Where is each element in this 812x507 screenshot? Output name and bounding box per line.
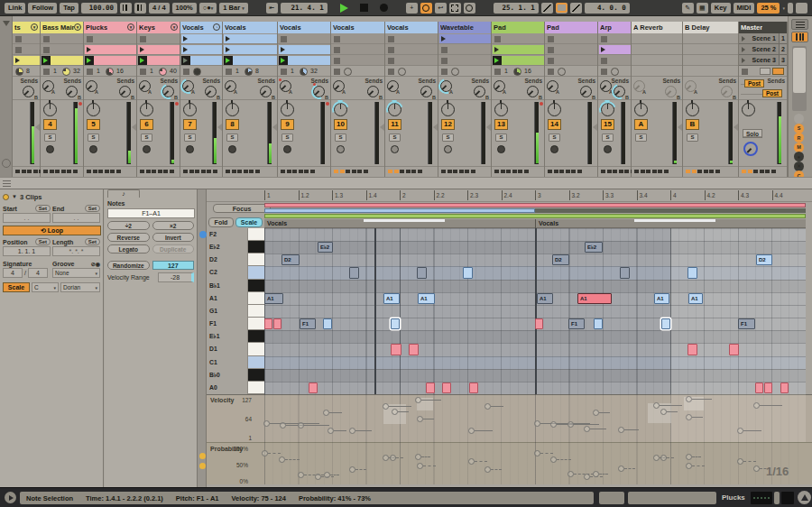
track-header-a-reverb[interactable]: A Reverb bbox=[632, 22, 682, 33]
clip-slot[interactable] bbox=[438, 33, 491, 44]
velocity-marker[interactable] bbox=[584, 426, 590, 432]
midi-note[interactable]: D2 bbox=[756, 254, 772, 265]
solo-button[interactable]: S bbox=[602, 134, 614, 142]
groove-icons[interactable]: ⊘◉ bbox=[91, 261, 100, 267]
midi-note[interactable]: E♭2 bbox=[318, 242, 333, 253]
clip-slot[interactable] bbox=[683, 33, 738, 44]
solo-button[interactable]: Solo bbox=[743, 129, 762, 138]
track-volume-number[interactable]: 9 bbox=[281, 119, 294, 130]
track-header-icon[interactable]: ▾ bbox=[171, 23, 178, 31]
pan-knob[interactable] bbox=[441, 103, 455, 116]
velocity-marker[interactable] bbox=[383, 403, 389, 410]
clip-slot[interactable] bbox=[331, 33, 384, 44]
midi-note[interactable] bbox=[349, 267, 359, 278]
send-b-knob[interactable] bbox=[614, 86, 625, 97]
groove-selector[interactable]: None▾ bbox=[52, 268, 100, 278]
clip-slot[interactable] bbox=[438, 55, 491, 66]
clip-slot[interactable] bbox=[632, 55, 682, 66]
clip-stop-icon[interactable] bbox=[441, 58, 448, 64]
clip-slot[interactable] bbox=[180, 33, 222, 44]
clip-slot[interactable] bbox=[180, 55, 222, 66]
midi-note[interactable] bbox=[409, 344, 419, 355]
clip-slot[interactable] bbox=[385, 44, 438, 55]
pan-knob[interactable] bbox=[494, 103, 508, 116]
clip-slot[interactable] bbox=[278, 55, 330, 66]
track-volume-number[interactable]: A bbox=[634, 119, 648, 130]
probability-marker[interactable] bbox=[737, 458, 743, 465]
clip[interactable] bbox=[279, 45, 330, 54]
piano-key[interactable] bbox=[248, 228, 264, 241]
clip-slot[interactable] bbox=[492, 55, 544, 66]
probability-marker[interactable] bbox=[390, 455, 396, 461]
track-header-b-delay[interactable]: B Delay bbox=[683, 22, 738, 33]
probability-grid[interactable] bbox=[264, 442, 806, 484]
clip-stop-icon[interactable] bbox=[43, 47, 50, 53]
piano-key[interactable] bbox=[248, 330, 264, 343]
clip[interactable] bbox=[224, 34, 277, 43]
clip-launch-button[interactable] bbox=[224, 45, 233, 54]
clip-launch-button[interactable] bbox=[85, 56, 94, 65]
clip-scroll-dot[interactable] bbox=[199, 231, 207, 238]
probability-marker[interactable] bbox=[584, 474, 590, 480]
legato-button[interactable]: Legato bbox=[107, 244, 150, 254]
track-stop-icon[interactable] bbox=[494, 69, 501, 75]
clip-stop-icon[interactable] bbox=[43, 36, 50, 42]
clip-slot[interactable] bbox=[84, 55, 136, 66]
track-stop-icon[interactable] bbox=[87, 69, 93, 75]
track-header-vocals[interactable]: Vocals bbox=[331, 22, 384, 33]
arm-record-button[interactable] bbox=[228, 145, 236, 153]
clip-slot[interactable] bbox=[492, 44, 544, 55]
scale-button[interactable]: Scale bbox=[235, 217, 263, 227]
velocity-marker[interactable] bbox=[468, 428, 475, 434]
clip-slot[interactable] bbox=[598, 55, 631, 66]
end-value[interactable]: . . bbox=[52, 213, 100, 223]
scene-play-icon[interactable] bbox=[742, 58, 745, 63]
track-header-vocals[interactable]: Vocals bbox=[223, 22, 277, 33]
tap-tempo-button[interactable]: Tap bbox=[60, 3, 78, 14]
metronome-button[interactable]: ○●▾ bbox=[199, 3, 217, 14]
track-volume-number[interactable]: 12 bbox=[441, 119, 455, 130]
clip-slot[interactable] bbox=[223, 44, 277, 55]
arm-record-button[interactable] bbox=[604, 145, 612, 153]
invert-button[interactable]: Invert bbox=[152, 233, 195, 242]
pan-knob[interactable] bbox=[281, 103, 294, 116]
track-volume-number[interactable]: 14 bbox=[548, 119, 561, 130]
clip[interactable] bbox=[224, 45, 277, 54]
root-note-selector[interactable]: C▾ bbox=[32, 282, 59, 292]
track-header-wavetable[interactable]: Wavetable bbox=[438, 22, 491, 33]
clip-slot[interactable] bbox=[683, 55, 738, 66]
velocity-marker[interactable] bbox=[593, 410, 599, 416]
arrangement-position-field[interactable]: 21. 4. 1 bbox=[281, 3, 328, 14]
reverse-button[interactable]: Reverse bbox=[107, 233, 150, 242]
velocity-marker[interactable] bbox=[417, 416, 423, 422]
track-stop-icon[interactable] bbox=[441, 69, 448, 75]
midi-note[interactable]: F1 bbox=[300, 318, 316, 329]
overdub-button[interactable]: + bbox=[406, 3, 418, 14]
clip-slot[interactable] bbox=[385, 55, 438, 66]
halve-time-button[interactable]: ÷2 bbox=[107, 221, 150, 230]
piano-key[interactable] bbox=[248, 318, 264, 330]
clip[interactable] bbox=[85, 45, 136, 54]
velocity-marker[interactable] bbox=[534, 420, 540, 427]
midi-note[interactable] bbox=[687, 267, 697, 278]
velocity-marker[interactable] bbox=[280, 422, 286, 429]
stop-button[interactable] bbox=[360, 4, 368, 12]
track-header-master[interactable]: Master bbox=[739, 22, 787, 33]
post-button-b[interactable]: Post bbox=[762, 89, 782, 97]
midi-note[interactable] bbox=[687, 344, 697, 355]
piano-key[interactable] bbox=[248, 382, 264, 394]
probability-marker[interactable] bbox=[550, 456, 557, 463]
midi-note[interactable]: A1 bbox=[418, 293, 435, 304]
track-stop-icon[interactable] bbox=[601, 69, 607, 75]
probability-marker[interactable] bbox=[262, 450, 268, 456]
velocity-marker[interactable] bbox=[737, 428, 743, 434]
probability-marker[interactable] bbox=[618, 466, 624, 472]
clip[interactable] bbox=[279, 56, 330, 65]
track-stop-icon[interactable] bbox=[183, 69, 189, 75]
velocity-marker[interactable] bbox=[323, 410, 329, 416]
clip[interactable] bbox=[439, 34, 491, 43]
probability-marker[interactable] bbox=[567, 471, 574, 477]
groove-amount-field[interactable]: 100% bbox=[172, 3, 197, 14]
scrollbar-thumb[interactable] bbox=[793, 48, 806, 93]
cue-volume-knob[interactable] bbox=[743, 142, 758, 156]
